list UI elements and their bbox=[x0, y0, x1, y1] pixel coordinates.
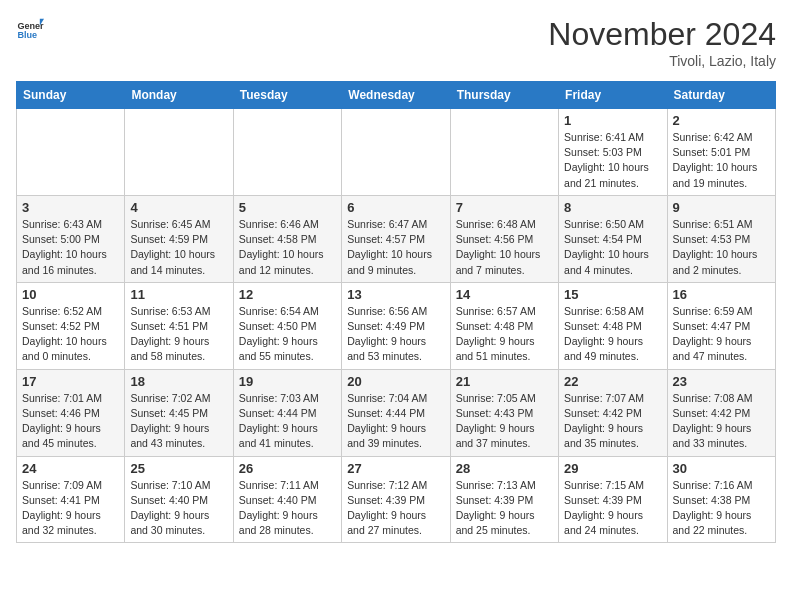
weekday-header-cell: Monday bbox=[125, 82, 233, 109]
calendar-day-cell: 15Sunrise: 6:58 AMSunset: 4:48 PMDayligh… bbox=[559, 282, 667, 369]
day-number: 21 bbox=[456, 374, 553, 389]
calendar-day-cell bbox=[450, 109, 558, 196]
day-info: Sunrise: 6:59 AMSunset: 4:47 PMDaylight:… bbox=[673, 304, 770, 365]
logo: General Blue bbox=[16, 16, 44, 44]
day-number: 15 bbox=[564, 287, 661, 302]
day-number: 19 bbox=[239, 374, 336, 389]
calendar-day-cell: 9Sunrise: 6:51 AMSunset: 4:53 PMDaylight… bbox=[667, 195, 775, 282]
day-info: Sunrise: 7:10 AMSunset: 4:40 PMDaylight:… bbox=[130, 478, 227, 539]
calendar-day-cell: 23Sunrise: 7:08 AMSunset: 4:42 PMDayligh… bbox=[667, 369, 775, 456]
calendar-week-row: 10Sunrise: 6:52 AMSunset: 4:52 PMDayligh… bbox=[17, 282, 776, 369]
calendar-day-cell: 16Sunrise: 6:59 AMSunset: 4:47 PMDayligh… bbox=[667, 282, 775, 369]
calendar-table: SundayMondayTuesdayWednesdayThursdayFrid… bbox=[16, 81, 776, 543]
day-number: 1 bbox=[564, 113, 661, 128]
day-number: 26 bbox=[239, 461, 336, 476]
calendar-day-cell bbox=[125, 109, 233, 196]
calendar-day-cell bbox=[342, 109, 450, 196]
calendar-week-row: 1Sunrise: 6:41 AMSunset: 5:03 PMDaylight… bbox=[17, 109, 776, 196]
day-info: Sunrise: 6:48 AMSunset: 4:56 PMDaylight:… bbox=[456, 217, 553, 278]
svg-text:Blue: Blue bbox=[17, 30, 37, 40]
day-number: 12 bbox=[239, 287, 336, 302]
day-info: Sunrise: 6:56 AMSunset: 4:49 PMDaylight:… bbox=[347, 304, 444, 365]
day-number: 2 bbox=[673, 113, 770, 128]
day-info: Sunrise: 7:13 AMSunset: 4:39 PMDaylight:… bbox=[456, 478, 553, 539]
calendar-day-cell: 29Sunrise: 7:15 AMSunset: 4:39 PMDayligh… bbox=[559, 456, 667, 543]
day-number: 4 bbox=[130, 200, 227, 215]
day-number: 28 bbox=[456, 461, 553, 476]
day-number: 6 bbox=[347, 200, 444, 215]
calendar-day-cell: 10Sunrise: 6:52 AMSunset: 4:52 PMDayligh… bbox=[17, 282, 125, 369]
calendar-day-cell: 21Sunrise: 7:05 AMSunset: 4:43 PMDayligh… bbox=[450, 369, 558, 456]
day-info: Sunrise: 7:04 AMSunset: 4:44 PMDaylight:… bbox=[347, 391, 444, 452]
calendar-day-cell: 12Sunrise: 6:54 AMSunset: 4:50 PMDayligh… bbox=[233, 282, 341, 369]
weekday-header-cell: Sunday bbox=[17, 82, 125, 109]
day-info: Sunrise: 6:50 AMSunset: 4:54 PMDaylight:… bbox=[564, 217, 661, 278]
day-number: 5 bbox=[239, 200, 336, 215]
day-info: Sunrise: 7:05 AMSunset: 4:43 PMDaylight:… bbox=[456, 391, 553, 452]
day-number: 8 bbox=[564, 200, 661, 215]
day-number: 9 bbox=[673, 200, 770, 215]
calendar-day-cell: 5Sunrise: 6:46 AMSunset: 4:58 PMDaylight… bbox=[233, 195, 341, 282]
day-number: 20 bbox=[347, 374, 444, 389]
day-info: Sunrise: 7:11 AMSunset: 4:40 PMDaylight:… bbox=[239, 478, 336, 539]
weekday-header-cell: Saturday bbox=[667, 82, 775, 109]
calendar-day-cell: 2Sunrise: 6:42 AMSunset: 5:01 PMDaylight… bbox=[667, 109, 775, 196]
page-header: General Blue November 2024 Tivoli, Lazio… bbox=[16, 16, 776, 69]
day-info: Sunrise: 6:54 AMSunset: 4:50 PMDaylight:… bbox=[239, 304, 336, 365]
day-info: Sunrise: 6:46 AMSunset: 4:58 PMDaylight:… bbox=[239, 217, 336, 278]
day-number: 13 bbox=[347, 287, 444, 302]
calendar-day-cell: 17Sunrise: 7:01 AMSunset: 4:46 PMDayligh… bbox=[17, 369, 125, 456]
day-number: 18 bbox=[130, 374, 227, 389]
calendar-day-cell: 6Sunrise: 6:47 AMSunset: 4:57 PMDaylight… bbox=[342, 195, 450, 282]
day-number: 17 bbox=[22, 374, 119, 389]
day-info: Sunrise: 6:45 AMSunset: 4:59 PMDaylight:… bbox=[130, 217, 227, 278]
day-info: Sunrise: 7:07 AMSunset: 4:42 PMDaylight:… bbox=[564, 391, 661, 452]
day-info: Sunrise: 7:12 AMSunset: 4:39 PMDaylight:… bbox=[347, 478, 444, 539]
calendar-day-cell: 14Sunrise: 6:57 AMSunset: 4:48 PMDayligh… bbox=[450, 282, 558, 369]
day-info: Sunrise: 6:53 AMSunset: 4:51 PMDaylight:… bbox=[130, 304, 227, 365]
day-number: 30 bbox=[673, 461, 770, 476]
day-number: 3 bbox=[22, 200, 119, 215]
calendar-week-row: 3Sunrise: 6:43 AMSunset: 5:00 PMDaylight… bbox=[17, 195, 776, 282]
location: Tivoli, Lazio, Italy bbox=[548, 53, 776, 69]
day-number: 29 bbox=[564, 461, 661, 476]
day-info: Sunrise: 6:51 AMSunset: 4:53 PMDaylight:… bbox=[673, 217, 770, 278]
calendar-day-cell bbox=[17, 109, 125, 196]
weekday-header-cell: Thursday bbox=[450, 82, 558, 109]
day-number: 7 bbox=[456, 200, 553, 215]
calendar-day-cell: 11Sunrise: 6:53 AMSunset: 4:51 PMDayligh… bbox=[125, 282, 233, 369]
calendar-day-cell: 1Sunrise: 6:41 AMSunset: 5:03 PMDaylight… bbox=[559, 109, 667, 196]
day-info: Sunrise: 7:15 AMSunset: 4:39 PMDaylight:… bbox=[564, 478, 661, 539]
calendar-day-cell: 26Sunrise: 7:11 AMSunset: 4:40 PMDayligh… bbox=[233, 456, 341, 543]
day-number: 24 bbox=[22, 461, 119, 476]
day-info: Sunrise: 7:02 AMSunset: 4:45 PMDaylight:… bbox=[130, 391, 227, 452]
calendar-day-cell: 7Sunrise: 6:48 AMSunset: 4:56 PMDaylight… bbox=[450, 195, 558, 282]
calendar-day-cell: 30Sunrise: 7:16 AMSunset: 4:38 PMDayligh… bbox=[667, 456, 775, 543]
day-info: Sunrise: 6:42 AMSunset: 5:01 PMDaylight:… bbox=[673, 130, 770, 191]
calendar-day-cell: 4Sunrise: 6:45 AMSunset: 4:59 PMDaylight… bbox=[125, 195, 233, 282]
day-info: Sunrise: 7:16 AMSunset: 4:38 PMDaylight:… bbox=[673, 478, 770, 539]
calendar-day-cell: 8Sunrise: 6:50 AMSunset: 4:54 PMDaylight… bbox=[559, 195, 667, 282]
calendar-week-row: 24Sunrise: 7:09 AMSunset: 4:41 PMDayligh… bbox=[17, 456, 776, 543]
day-number: 25 bbox=[130, 461, 227, 476]
day-info: Sunrise: 6:57 AMSunset: 4:48 PMDaylight:… bbox=[456, 304, 553, 365]
day-number: 11 bbox=[130, 287, 227, 302]
day-info: Sunrise: 7:08 AMSunset: 4:42 PMDaylight:… bbox=[673, 391, 770, 452]
calendar-day-cell: 3Sunrise: 6:43 AMSunset: 5:00 PMDaylight… bbox=[17, 195, 125, 282]
day-info: Sunrise: 6:52 AMSunset: 4:52 PMDaylight:… bbox=[22, 304, 119, 365]
day-info: Sunrise: 7:01 AMSunset: 4:46 PMDaylight:… bbox=[22, 391, 119, 452]
day-number: 23 bbox=[673, 374, 770, 389]
weekday-header-cell: Wednesday bbox=[342, 82, 450, 109]
calendar-day-cell: 19Sunrise: 7:03 AMSunset: 4:44 PMDayligh… bbox=[233, 369, 341, 456]
logo-icon: General Blue bbox=[16, 16, 44, 44]
day-number: 27 bbox=[347, 461, 444, 476]
day-number: 22 bbox=[564, 374, 661, 389]
calendar-day-cell: 22Sunrise: 7:07 AMSunset: 4:42 PMDayligh… bbox=[559, 369, 667, 456]
calendar-day-cell: 18Sunrise: 7:02 AMSunset: 4:45 PMDayligh… bbox=[125, 369, 233, 456]
calendar-day-cell: 13Sunrise: 6:56 AMSunset: 4:49 PMDayligh… bbox=[342, 282, 450, 369]
day-info: Sunrise: 6:41 AMSunset: 5:03 PMDaylight:… bbox=[564, 130, 661, 191]
calendar-day-cell: 25Sunrise: 7:10 AMSunset: 4:40 PMDayligh… bbox=[125, 456, 233, 543]
day-info: Sunrise: 7:09 AMSunset: 4:41 PMDaylight:… bbox=[22, 478, 119, 539]
title-block: November 2024 Tivoli, Lazio, Italy bbox=[548, 16, 776, 69]
day-info: Sunrise: 6:47 AMSunset: 4:57 PMDaylight:… bbox=[347, 217, 444, 278]
